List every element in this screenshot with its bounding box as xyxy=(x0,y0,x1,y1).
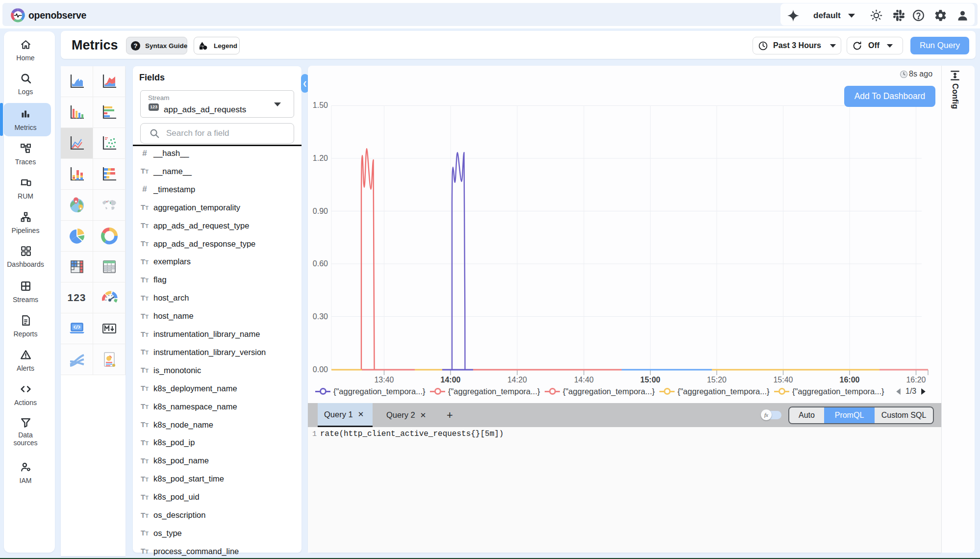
svg-text:13:40: 13:40 xyxy=(374,376,394,384)
svg-text:0.90: 0.90 xyxy=(313,207,328,215)
svg-text:15:20: 15:20 xyxy=(707,376,727,384)
svg-text:16:20: 16:20 xyxy=(906,376,926,384)
svg-text:14:40: 14:40 xyxy=(574,376,594,384)
svg-text:15:40: 15:40 xyxy=(773,376,793,384)
svg-text:0.30: 0.30 xyxy=(313,312,328,321)
svg-text:0.60: 0.60 xyxy=(313,259,328,268)
svg-text:0.00: 0.00 xyxy=(313,365,328,374)
svg-text:1.20: 1.20 xyxy=(313,154,328,162)
svg-text:14:00: 14:00 xyxy=(441,376,461,384)
svg-text:16:00: 16:00 xyxy=(840,376,860,384)
svg-text:1.50: 1.50 xyxy=(313,101,328,109)
svg-text:15:00: 15:00 xyxy=(640,376,660,384)
svg-text:14:20: 14:20 xyxy=(507,376,527,384)
